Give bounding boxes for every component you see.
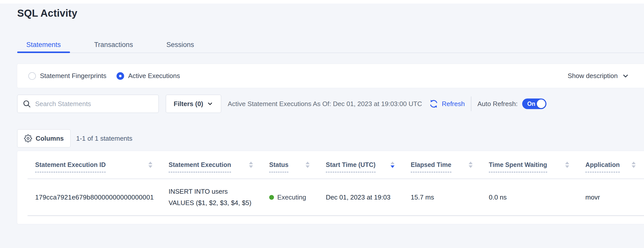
column-header-start-time[interactable]: Start Time (UTC) [318,151,403,179]
sort-icon[interactable] [565,162,569,168]
tab-statements[interactable]: Statements [17,37,70,53]
cell-time-spent-waiting: 0.0 ns [481,179,578,216]
column-label: Elapsed Time [411,161,451,168]
table-toolbar: Columns 1-1 of 1 statements [17,129,132,147]
show-description-toggle[interactable]: Show description [568,64,629,88]
column-label: Statement Execution [169,161,231,168]
column-label: Application [585,161,620,168]
table-header-row: Statement Execution ID Statement Executi… [28,151,644,179]
controls-row: Filters (0) Active Statement Executions … [17,95,644,113]
tab-transactions-label: Transactions [94,41,133,49]
filters-button[interactable]: Filters (0) [166,95,221,113]
column-header-time-spent-waiting[interactable]: Time Spent Waiting [481,151,578,179]
status-label: Executing [277,193,306,201]
cell-status: Executing [262,179,318,216]
sort-icon[interactable] [148,162,152,168]
toggle-knob[interactable] [537,100,545,108]
search-box[interactable] [17,95,159,113]
columns-button[interactable]: Columns [17,129,71,147]
cell-statement[interactable]: INSERT INTO users VALUES ($1, $2, $3, $4… [161,179,262,216]
cell-application: movr [578,179,644,216]
sort-icon[interactable] [469,162,473,168]
page-title: SQL Activity [17,8,77,19]
view-mode-card: Statement Fingerprints Active Executions… [17,64,644,88]
sort-icon[interactable] [306,162,310,168]
column-label: Statement Execution ID [35,161,106,168]
auto-refresh-state: On [527,101,535,107]
gear-icon [24,134,32,142]
show-description-label: Show description [568,72,618,80]
column-header-application[interactable]: Application [578,151,644,179]
search-input[interactable] [35,100,153,108]
sort-icon[interactable] [390,162,395,168]
as-of-timestamp: Active Statement Executions As Of: Dec 0… [228,100,422,108]
radio-active-executions[interactable]: Active Executions [117,72,180,80]
column-label: Start Time (UTC) [326,161,376,168]
status-dot-icon [269,195,274,200]
auto-refresh-toggle[interactable]: On [522,98,546,109]
statements-table: Statement Execution ID Statement Executi… [28,151,644,216]
column-header-statement-execution[interactable]: Statement Execution [161,151,262,179]
refresh-icon [429,99,439,109]
search-icon [22,100,31,108]
tab-transactions[interactable]: Transactions [85,37,142,53]
refresh-label: Refresh [442,100,465,108]
radio-active-executions-label: Active Executions [128,72,180,80]
cell-execution-id[interactable]: 179cca7921e679b80000000000000001 [28,179,161,216]
tab-sessions-label: Sessions [166,41,194,49]
cell-elapsed-time: 15.7 ms [403,179,481,216]
radio-statement-fingerprints[interactable]: Statement Fingerprints [28,72,106,80]
sort-icon[interactable] [632,162,636,168]
cell-start-time: Dec 01, 2023 at 19:03 [318,179,403,216]
column-label: Status [269,161,288,168]
filters-button-label: Filters (0) [174,100,203,108]
vertical-divider [471,96,471,111]
column-label: Time Spent Waiting [489,161,547,168]
radio-unselected-icon[interactable] [28,72,36,80]
top-nav-edge [0,0,644,4]
column-header-elapsed-time[interactable]: Elapsed Time [403,151,481,179]
result-count: 1-1 of 1 statements [76,135,132,142]
tab-bar: Statements Transactions Sessions [17,37,644,53]
refresh-button[interactable]: Refresh [429,99,465,109]
tab-sessions[interactable]: Sessions [157,37,203,53]
chevron-down-icon [622,72,629,80]
radio-statement-fingerprints-label: Statement Fingerprints [40,72,106,80]
table-row[interactable]: 179cca7921e679b80000000000000001 INSERT … [28,179,644,216]
column-header-statement-execution-id[interactable]: Statement Execution ID [28,151,161,179]
chevron-down-icon [207,101,213,107]
statements-table-card: Statement Execution ID Statement Executi… [17,151,644,224]
auto-refresh-label: Auto Refresh: [477,100,518,108]
column-header-status[interactable]: Status [262,151,318,179]
radio-selected-icon[interactable] [117,72,124,80]
sort-icon[interactable] [249,162,253,168]
tab-statements-label: Statements [26,41,61,49]
columns-button-label: Columns [36,135,64,142]
